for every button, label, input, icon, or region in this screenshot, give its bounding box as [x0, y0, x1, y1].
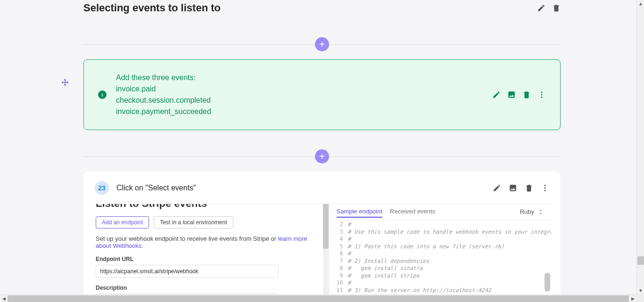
svg-point-2 [541, 97, 543, 98]
page-horizontal-scrollbar[interactable]: ◀ ▶ [0, 294, 636, 302]
drag-handle-icon[interactable] [61, 79, 69, 88]
tab-sample-endpoint[interactable]: Sample endpoint [337, 208, 383, 218]
test-local-button[interactable]: Test in a local environment [154, 216, 233, 229]
add-step-button[interactable]: + [315, 37, 329, 51]
step-card: 23 Click on "Select events" Listen to St… [83, 171, 561, 302]
edit-icon[interactable] [537, 4, 545, 12]
info-icon: i [98, 90, 107, 99]
section-divider: + [83, 149, 561, 164]
info-callout: i Add these three events: invoice.paid c… [83, 59, 561, 130]
image-icon[interactable] [509, 184, 517, 192]
edit-icon[interactable] [493, 184, 501, 192]
trash-icon[interactable] [525, 184, 533, 192]
more-icon[interactable] [541, 184, 549, 192]
svg-point-3 [545, 185, 546, 186]
code-gutter: 2 3 4 5 6 7 8 9 10 11 12 13 [329, 221, 348, 302]
code-panel-scrollbar[interactable] [545, 221, 550, 302]
page-vertical-scrollbar[interactable]: ▲ ▼ [636, 0, 644, 294]
tab-received-events[interactable]: Received events [390, 208, 435, 216]
more-icon[interactable] [537, 90, 546, 99]
stripe-description: Set up your webhook endpoint to receive … [96, 235, 318, 249]
code-panel: Sample endpoint Received events Ruby 2 3… [329, 204, 552, 302]
description-label: Description [96, 285, 318, 291]
section-header: Selecting events to listen to [83, 2, 561, 18]
add-step-button[interactable]: + [315, 149, 329, 163]
code-body: 2 3 4 5 6 7 8 9 10 11 12 13 # [329, 220, 552, 302]
endpoint-url-input[interactable] [96, 265, 279, 278]
info-text: Add these three events: invoice.paid che… [116, 72, 483, 117]
endpoint-url-label: Endpoint URL [96, 256, 318, 262]
stripe-left-panel: Listen to Stripe events Add an endpoint … [93, 204, 329, 302]
svg-point-0 [541, 91, 543, 93]
scroll-right-arrow-icon[interactable]: ▶ [629, 295, 636, 302]
code-lines: # # Use this sample code to handle webho… [347, 221, 551, 302]
edit-icon[interactable] [492, 90, 501, 99]
scroll-down-arrow-icon[interactable]: ▼ [637, 287, 644, 294]
trash-icon[interactable] [522, 90, 531, 99]
language-selector[interactable]: Ruby [520, 208, 544, 215]
image-icon[interactable] [507, 90, 516, 99]
scroll-corner [636, 294, 644, 302]
step-number-badge: 23 [95, 181, 109, 195]
svg-point-1 [541, 94, 543, 96]
scroll-up-arrow-icon[interactable]: ▲ [637, 0, 644, 8]
scroll-left-arrow-icon[interactable]: ◀ [0, 295, 8, 302]
left-panel-scrollbar[interactable] [323, 204, 329, 302]
section-title: Selecting events to listen to [83, 2, 221, 14]
chevron-updown-icon [538, 209, 544, 215]
step-title: Click on "Select events" [116, 184, 196, 192]
svg-point-5 [545, 190, 546, 191]
add-endpoint-button[interactable]: Add an endpoint [96, 216, 149, 229]
stripe-heading: Listen to Stripe events [96, 204, 318, 210]
section-divider: + [83, 37, 561, 52]
trash-icon[interactable] [552, 4, 561, 12]
screenshot-area: Listen to Stripe events Add an endpoint … [93, 204, 551, 302]
svg-point-4 [545, 188, 546, 189]
